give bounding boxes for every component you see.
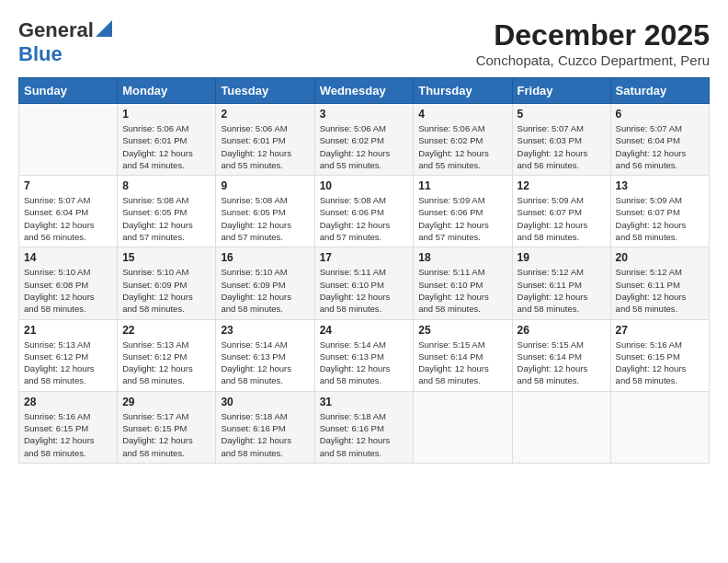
calendar-cell: 25Sunrise: 5:15 AM Sunset: 6:14 PM Dayli… [414, 319, 512, 391]
calendar-cell: 19Sunrise: 5:12 AM Sunset: 6:11 PM Dayli… [512, 247, 610, 319]
calendar-cell [414, 391, 512, 463]
calendar-cell: 28Sunrise: 5:16 AM Sunset: 6:15 PM Dayli… [19, 391, 118, 463]
day-number: 8 [122, 179, 210, 192]
day-number: 30 [221, 396, 309, 408]
calendar-cell: 22Sunrise: 5:13 AM Sunset: 6:12 PM Dayli… [118, 319, 216, 391]
day-number: 22 [122, 324, 210, 337]
day-number: 23 [221, 324, 309, 337]
day-info: Sunrise: 5:09 AM Sunset: 6:07 PM Dayligh… [616, 194, 704, 243]
calendar-header-cell: Thursday [414, 78, 512, 104]
calendar-header-cell: Wednesday [314, 78, 414, 104]
day-info: Sunrise: 5:12 AM Sunset: 6:11 PM Dayligh… [518, 266, 606, 315]
calendar-cell: 30Sunrise: 5:18 AM Sunset: 6:16 PM Dayli… [216, 391, 314, 463]
day-number: 25 [418, 324, 506, 337]
day-number: 7 [24, 179, 112, 192]
day-info: Sunrise: 5:15 AM Sunset: 6:14 PM Dayligh… [518, 339, 606, 387]
logo: General Blue [18, 18, 112, 66]
calendar-cell: 3Sunrise: 5:06 AM Sunset: 6:02 PM Daylig… [314, 104, 414, 176]
calendar-cell [512, 391, 610, 463]
calendar-cell: 12Sunrise: 5:09 AM Sunset: 6:07 PM Dayli… [512, 176, 610, 247]
calendar-cell [610, 391, 709, 463]
calendar-week-row: 21Sunrise: 5:13 AM Sunset: 6:12 PM Dayli… [19, 319, 710, 391]
day-info: Sunrise: 5:07 AM Sunset: 6:03 PM Dayligh… [518, 122, 606, 171]
calendar-cell: 11Sunrise: 5:09 AM Sunset: 6:06 PM Dayli… [414, 176, 512, 247]
day-number: 12 [518, 179, 606, 192]
day-info: Sunrise: 5:08 AM Sunset: 6:06 PM Dayligh… [320, 194, 409, 243]
day-info: Sunrise: 5:08 AM Sunset: 6:05 PM Dayligh… [221, 194, 309, 243]
calendar-cell: 14Sunrise: 5:10 AM Sunset: 6:08 PM Dayli… [19, 247, 118, 319]
day-number: 16 [221, 251, 309, 264]
day-info: Sunrise: 5:06 AM Sunset: 6:02 PM Dayligh… [320, 122, 409, 171]
day-info: Sunrise: 5:06 AM Sunset: 6:02 PM Dayligh… [418, 122, 506, 171]
calendar-header: SundayMondayTuesdayWednesdayThursdayFrid… [19, 78, 710, 104]
title-block: December 2025 Conchopata, Cuzco Departme… [476, 18, 710, 68]
logo-blue: Blue [18, 42, 63, 65]
day-number: 11 [418, 179, 506, 192]
day-info: Sunrise: 5:15 AM Sunset: 6:14 PM Dayligh… [418, 339, 506, 387]
calendar-cell: 10Sunrise: 5:08 AM Sunset: 6:06 PM Dayli… [314, 176, 414, 247]
calendar-week-row: 14Sunrise: 5:10 AM Sunset: 6:08 PM Dayli… [19, 247, 710, 319]
day-number: 18 [418, 251, 506, 264]
day-number: 10 [320, 179, 409, 192]
day-info: Sunrise: 5:17 AM Sunset: 6:15 PM Dayligh… [122, 410, 210, 459]
calendar-cell: 17Sunrise: 5:11 AM Sunset: 6:10 PM Dayli… [314, 247, 414, 319]
day-info: Sunrise: 5:14 AM Sunset: 6:13 PM Dayligh… [320, 339, 409, 387]
day-number: 17 [320, 251, 409, 264]
day-info: Sunrise: 5:16 AM Sunset: 6:15 PM Dayligh… [24, 410, 112, 459]
calendar-cell: 16Sunrise: 5:10 AM Sunset: 6:09 PM Dayli… [216, 247, 314, 319]
day-info: Sunrise: 5:11 AM Sunset: 6:10 PM Dayligh… [418, 266, 506, 315]
calendar-table: SundayMondayTuesdayWednesdayThursdayFrid… [18, 77, 710, 464]
day-number: 3 [320, 108, 409, 121]
day-number: 24 [320, 324, 409, 337]
day-number: 15 [122, 251, 210, 264]
svg-marker-0 [96, 20, 112, 37]
day-info: Sunrise: 5:11 AM Sunset: 6:10 PM Dayligh… [320, 266, 409, 315]
calendar-header-cell: Sunday [19, 78, 118, 104]
day-info: Sunrise: 5:18 AM Sunset: 6:16 PM Dayligh… [221, 410, 309, 459]
day-number: 29 [122, 396, 210, 408]
calendar-cell: 13Sunrise: 5:09 AM Sunset: 6:07 PM Dayli… [610, 176, 709, 247]
calendar-cell: 18Sunrise: 5:11 AM Sunset: 6:10 PM Dayli… [414, 247, 512, 319]
calendar-cell: 24Sunrise: 5:14 AM Sunset: 6:13 PM Dayli… [314, 319, 414, 391]
calendar-header-cell: Friday [512, 78, 610, 104]
calendar-cell: 5Sunrise: 5:07 AM Sunset: 6:03 PM Daylig… [512, 104, 610, 176]
day-number: 20 [616, 251, 704, 264]
calendar-cell: 4Sunrise: 5:06 AM Sunset: 6:02 PM Daylig… [414, 104, 512, 176]
calendar-cell: 21Sunrise: 5:13 AM Sunset: 6:12 PM Dayli… [19, 319, 118, 391]
calendar-cell: 2Sunrise: 5:06 AM Sunset: 6:01 PM Daylig… [216, 104, 314, 176]
calendar-cell: 15Sunrise: 5:10 AM Sunset: 6:09 PM Dayli… [118, 247, 216, 319]
calendar-cell: 9Sunrise: 5:08 AM Sunset: 6:05 PM Daylig… [216, 176, 314, 247]
day-number: 13 [616, 179, 704, 192]
calendar-cell [19, 104, 118, 176]
page-header: General Blue December 2025 Conchopata, C… [18, 18, 710, 68]
day-info: Sunrise: 5:10 AM Sunset: 6:08 PM Dayligh… [24, 266, 112, 315]
day-info: Sunrise: 5:13 AM Sunset: 6:12 PM Dayligh… [24, 339, 112, 387]
day-info: Sunrise: 5:06 AM Sunset: 6:01 PM Dayligh… [122, 122, 210, 171]
calendar-cell: 23Sunrise: 5:14 AM Sunset: 6:13 PM Dayli… [216, 319, 314, 391]
calendar-cell: 26Sunrise: 5:15 AM Sunset: 6:14 PM Dayli… [512, 319, 610, 391]
calendar-cell: 6Sunrise: 5:07 AM Sunset: 6:04 PM Daylig… [610, 104, 709, 176]
calendar-header-cell: Saturday [610, 78, 709, 104]
day-number: 6 [616, 108, 704, 121]
logo-icon [96, 20, 112, 37]
day-info: Sunrise: 5:09 AM Sunset: 6:06 PM Dayligh… [418, 194, 506, 243]
day-info: Sunrise: 5:16 AM Sunset: 6:15 PM Dayligh… [616, 339, 704, 387]
day-info: Sunrise: 5:10 AM Sunset: 6:09 PM Dayligh… [122, 266, 210, 315]
calendar-week-row: 28Sunrise: 5:16 AM Sunset: 6:15 PM Dayli… [19, 391, 710, 463]
calendar-cell: 27Sunrise: 5:16 AM Sunset: 6:15 PM Dayli… [610, 319, 709, 391]
calendar-week-row: 1Sunrise: 5:06 AM Sunset: 6:01 PM Daylig… [19, 104, 710, 176]
calendar-cell: 20Sunrise: 5:12 AM Sunset: 6:11 PM Dayli… [610, 247, 709, 319]
day-info: Sunrise: 5:08 AM Sunset: 6:05 PM Dayligh… [122, 194, 210, 243]
day-number: 27 [616, 324, 704, 337]
day-number: 28 [24, 396, 112, 408]
day-info: Sunrise: 5:14 AM Sunset: 6:13 PM Dayligh… [221, 339, 309, 387]
calendar-cell: 8Sunrise: 5:08 AM Sunset: 6:05 PM Daylig… [118, 176, 216, 247]
day-info: Sunrise: 5:10 AM Sunset: 6:09 PM Dayligh… [221, 266, 309, 315]
day-number: 2 [221, 108, 309, 121]
day-info: Sunrise: 5:12 AM Sunset: 6:11 PM Dayligh… [616, 266, 704, 315]
calendar-week-row: 7Sunrise: 5:07 AM Sunset: 6:04 PM Daylig… [19, 176, 710, 247]
day-number: 14 [24, 251, 112, 264]
page-subtitle: Conchopata, Cuzco Department, Peru [476, 52, 710, 68]
day-info: Sunrise: 5:07 AM Sunset: 6:04 PM Dayligh… [24, 194, 112, 243]
calendar-header-cell: Monday [118, 78, 216, 104]
